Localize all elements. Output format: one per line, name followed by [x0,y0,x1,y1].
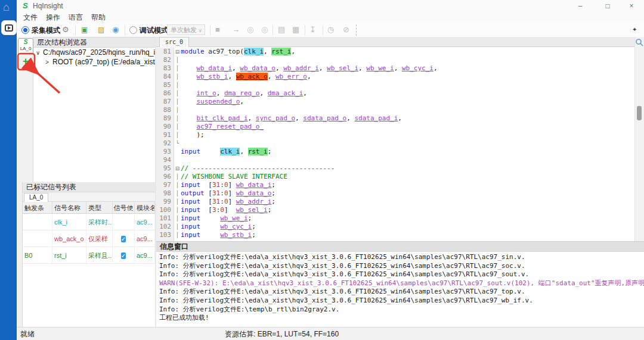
code-token: ] [224,206,236,214]
home-icon[interactable]: ⌂ [3,1,10,14]
line-number: 90 [156,123,174,131]
code-token: ; [252,231,256,239]
code-token: wb_addr_i [283,64,319,72]
download-icon[interactable]: ↧ [309,25,316,35]
left-rail: ⌂ [0,0,17,340]
code-token: , [240,148,247,155]
code-token: ; [271,198,275,205]
code-line: 86│ int_o, dma_req_o, dma_ack_i, [156,89,634,98]
code-text: // WISHBONE SLAVE INTERFACE [181,173,634,181]
remove-instance-button[interactable]: - [30,57,33,65]
tree-item-0[interactable]: ∨C:/hqws/ac97_2025/hqins_run/hq_i... [33,48,155,57]
menu-help[interactable]: 帮助 [87,13,110,23]
code-text: wb_data_i, wb_data_o, wb_addr_i, wb_sel_… [181,64,634,73]
log-line: Info: 分析verilog文件E:\eda\a_xist\hqv3_xist… [156,297,644,305]
code-token: 0 [220,206,224,214]
line-number: 93 [156,148,174,156]
line-number: 88 [156,106,174,114]
code-line: 99│input [31:0] wb_addr_i; [156,198,634,206]
checked-checkbox[interactable]: ✓ [121,236,126,242]
signal-table-header: 触发条信号名称类型信号使模块名 [23,202,155,214]
close-button[interactable]: × [623,0,640,12]
code-token: 3 [212,206,216,214]
code-token: wb_we_i [366,64,394,72]
code-token: wb_sel_i [327,64,358,72]
line-number: 81 [156,48,174,56]
code-token: , [394,64,402,72]
code-token: module [181,48,205,55]
code-text [181,56,634,64]
window-grid-icon[interactable]: ▤ [278,25,285,35]
line-number: 87 [156,98,174,106]
code-line: 90│ ac97_reset_pad_o_ [156,123,634,131]
snapshot-icon[interactable]: ▣ [81,25,88,35]
editor-tab-row: src_0 [156,37,644,47]
signal-row-clk_i[interactable]: clk_i采样时...ac9... [23,214,155,230]
expanded-icon[interactable]: ∨ [36,48,43,57]
code-line: 95⊟// ----------------------------------… [156,164,634,173]
code-token: int_o [197,89,216,97]
timer-icon[interactable]: ◷ [327,25,334,35]
line-number: 86 [156,89,174,98]
title-bar: S HqInsight – □ × [17,0,644,12]
info-panel-title: 信息窗口 [156,242,644,252]
debug-radio[interactable] [129,26,137,34]
signal-tab-la0[interactable]: LA_0 [24,193,48,202]
run-icon[interactable]: → [232,25,240,35]
stop-icon[interactable]: ■ [215,25,220,35]
code-token: , [275,64,283,72]
play-icon [5,24,13,32]
fold-marker-icon[interactable]: ⊟ [174,164,181,173]
menu-operation[interactable]: 操作 [42,13,64,23]
tab-src0[interactable]: src_0 [159,37,189,47]
code-line: 96│// WISHBONE SLAVE INTERFACE [156,173,634,181]
code-token: , [319,64,327,72]
code-token: wb_cyc_i [402,64,434,72]
capture-radio[interactable] [21,26,29,34]
code-token: wb_cyc_i [220,223,252,230]
collapsed-icon[interactable]: > [45,58,52,67]
minimize-button[interactable]: – [571,0,589,12]
add-instance-button[interactable]: + [20,55,32,68]
maximize-button[interactable]: □ [599,0,617,12]
signal-col-header-2: 信号名称 [52,202,86,213]
code-line: 91│ ); [156,131,634,139]
save-icon[interactable]: ▨ [98,25,104,35]
code-token: , [228,73,236,80]
code-token: ] [228,189,236,197]
pin-icon[interactable]: ✦ [632,25,637,35]
editor-scrollbar[interactable] [634,37,644,241]
gear-icon[interactable]: ⚙ [62,25,69,35]
menu-language[interactable]: 语言 [64,13,87,23]
tree-item-1[interactable]: >ROOT (ac97_top) (E:/eda/a_xist/... [33,57,155,67]
fold-guide: │ [174,114,181,123]
code-token: 0 [224,198,228,205]
code-editor[interactable]: 81⊟module ac97_top(clk_i, rst_i,82│83│ w… [156,48,634,241]
code-token: input [181,198,200,205]
scrollbar-thumb[interactable] [637,106,642,120]
code-token: wb_stb_i [197,73,228,80]
code-token: [ [200,206,212,214]
signal-row-wb_ack_o[interactable]: wb_ack_o仅采样✓ac9... [23,230,155,247]
left-gutter [17,182,23,327]
cancel-icon[interactable]: ⊘ [343,25,349,35]
search-icon[interactable] [635,38,643,46]
code-token: dma_ack_i [268,89,304,97]
run-panel-button[interactable] [1,20,17,35]
fold-marker-icon[interactable]: ⊟ [174,48,181,56]
target-icon[interactable]: ◎ [261,25,268,35]
checked-checkbox[interactable]: ✓ [121,252,126,259]
signal-row-rst_i[interactable]: B0rst_i采样且...✓ac9... [23,247,155,264]
code-token: ac97_top( [205,48,244,55]
code-token: 31 [212,181,220,189]
line-number: 94 [156,156,174,164]
code-token: input [181,223,200,230]
loop-icon[interactable]: ◎ [247,25,253,35]
la0-instance-tab[interactable]: S LA_0 [18,38,33,54]
menu-file[interactable]: 文件 [19,13,42,23]
code-text: input [3:0] wb_sel_i; [181,206,634,214]
trigger-mode-select[interactable]: 单次触发∨ [167,24,205,35]
window-split-icon[interactable]: ▦ [292,25,299,35]
record-icon[interactable]: ◉ [112,25,119,35]
code-editor-panel[interactable]: src_0 81⊟module ac97_top(clk_i, rst_i,82… [156,37,644,241]
